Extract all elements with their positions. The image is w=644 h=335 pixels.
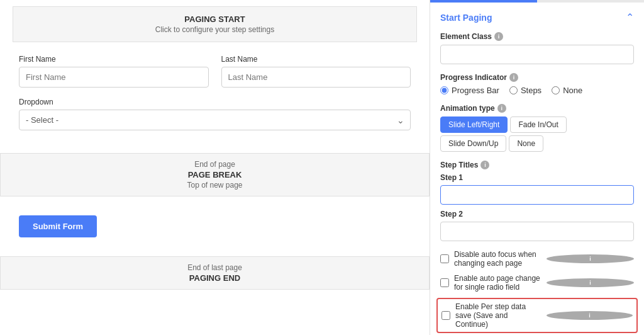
form-area: First Name Last Name Dropdown - Select -… bbox=[0, 48, 430, 147]
checkbox-enable-auto-page-change-info[interactable]: i bbox=[547, 278, 634, 287]
step2-input[interactable] bbox=[440, 222, 634, 241]
animation-type-label-row: Animation type i bbox=[440, 104, 634, 113]
first-name-input[interactable] bbox=[19, 67, 209, 88]
right-panel-content: Start Paging ⌃ Element Class i Progress … bbox=[430, 3, 644, 335]
paging-start-subtitle: Click to configure your step settings bbox=[26, 25, 404, 34]
progress-indicator-radio-group: Progress Bar Steps None bbox=[440, 86, 634, 95]
radio-none-progress-label: None bbox=[563, 86, 582, 95]
element-class-label-row: Element Class i bbox=[440, 32, 634, 41]
first-name-field: First Name bbox=[19, 55, 209, 88]
checkbox-enable-per-step-save-info[interactable]: i bbox=[547, 311, 633, 320]
checkbox-enable-auto-page-change[interactable]: Enable auto page change for single radio… bbox=[440, 274, 634, 292]
section-title: Start Paging bbox=[440, 13, 492, 23]
paging-end-top: End of last page bbox=[13, 263, 416, 272]
checkbox-group: Disable auto focus when changing each pa… bbox=[440, 250, 634, 333]
paging-end-banner: End of last page PAGING END bbox=[0, 256, 430, 290]
step-titles-group: Step Titles i Step 1 Step 2 bbox=[440, 161, 634, 241]
animation-type-label-text: Animation type bbox=[440, 104, 495, 113]
last-name-label: Last Name bbox=[221, 55, 411, 64]
page-break-title: PAGE BREAK bbox=[13, 170, 416, 179]
submit-button[interactable]: Submit Form bbox=[19, 215, 97, 237]
top-progress-bar bbox=[430, 0, 644, 3]
step-titles-info-icon[interactable]: i bbox=[480, 161, 489, 169]
step-titles-label-text: Step Titles bbox=[440, 161, 478, 169]
progress-indicator-group: Progress Indicator i Progress Bar Steps … bbox=[440, 73, 634, 95]
animation-none[interactable]: None bbox=[509, 135, 543, 152]
right-panel: Start Paging ⌃ Element Class i Progress … bbox=[430, 0, 644, 335]
radio-progress-bar[interactable]: Progress Bar bbox=[440, 86, 499, 95]
dropdown-label: Dropdown bbox=[19, 98, 411, 106]
submit-area: Submit Form bbox=[0, 207, 430, 256]
name-row: First Name Last Name bbox=[19, 55, 411, 88]
checkbox-disable-autofocus[interactable]: Disable auto focus when changing each pa… bbox=[440, 250, 634, 268]
step1-group: Step 1 bbox=[440, 173, 634, 205]
radio-steps-label: Steps bbox=[521, 86, 541, 95]
element-class-group: Element Class i bbox=[440, 32, 634, 64]
dropdown-select[interactable]: - Select - bbox=[19, 110, 411, 130]
checkbox-disable-autofocus-label: Disable auto focus when changing each pa… bbox=[454, 250, 541, 268]
animation-slide-left-right[interactable]: Slide Left/Right bbox=[440, 116, 508, 133]
animation-btn-group: Slide Left/Right Fade In/Out Slide Down/… bbox=[440, 116, 634, 152]
animation-type-group: Animation type i Slide Left/Right Fade I… bbox=[440, 104, 634, 152]
step2-group: Step 2 bbox=[440, 210, 634, 241]
paging-start-title: PAGING START bbox=[26, 14, 404, 24]
radio-progress-bar-label: Progress Bar bbox=[452, 86, 499, 95]
dropdown-wrapper: - Select - ⌄ bbox=[19, 110, 411, 130]
animation-type-info-icon[interactable]: i bbox=[497, 104, 506, 113]
first-name-label: First Name bbox=[19, 55, 209, 64]
checkbox-enable-auto-page-change-label: Enable auto page change for single radio… bbox=[454, 274, 541, 292]
element-class-info-icon[interactable]: i bbox=[494, 32, 503, 41]
step-titles-label-row: Step Titles i bbox=[440, 161, 634, 169]
page-break-banner: End of page PAGE BREAK Top of new page bbox=[0, 153, 430, 196]
dropdown-field: Dropdown - Select - ⌄ bbox=[19, 98, 411, 130]
last-name-field: Last Name bbox=[221, 55, 411, 88]
paging-end-title: PAGING END bbox=[13, 273, 416, 283]
progress-indicator-label-text: Progress Indicator bbox=[440, 73, 507, 82]
checkbox-enable-per-step-save-label: Enable Per step data save (Save and Cont… bbox=[455, 302, 541, 329]
progress-indicator-info-icon[interactable]: i bbox=[509, 73, 518, 82]
radio-none-progress[interactable]: None bbox=[552, 86, 582, 95]
element-class-input[interactable] bbox=[440, 45, 634, 64]
paging-start-banner: PAGING START Click to configure your ste… bbox=[13, 6, 417, 42]
last-name-input[interactable] bbox=[221, 67, 411, 88]
radio-steps[interactable]: Steps bbox=[509, 86, 541, 95]
left-panel: PAGING START Click to configure your ste… bbox=[0, 0, 430, 335]
step1-input[interactable] bbox=[440, 185, 634, 205]
step2-label: Step 2 bbox=[440, 210, 634, 219]
animation-slide-down-up[interactable]: Slide Down/Up bbox=[440, 135, 506, 152]
animation-fade-in-out[interactable]: Fade In/Out bbox=[510, 116, 566, 133]
checkbox-enable-per-step-save[interactable]: Enable Per step data save (Save and Cont… bbox=[436, 298, 638, 333]
checkbox-disable-autofocus-info[interactable]: i bbox=[547, 254, 634, 263]
page-break-bottom: Top of new page bbox=[13, 181, 416, 190]
step1-label: Step 1 bbox=[440, 173, 634, 182]
element-class-label-text: Element Class bbox=[440, 32, 492, 41]
collapse-icon[interactable]: ⌃ bbox=[626, 11, 634, 23]
page-break-top: End of page bbox=[13, 160, 416, 169]
section-header: Start Paging ⌃ bbox=[440, 11, 634, 23]
progress-indicator-label-row: Progress Indicator i bbox=[440, 73, 634, 82]
